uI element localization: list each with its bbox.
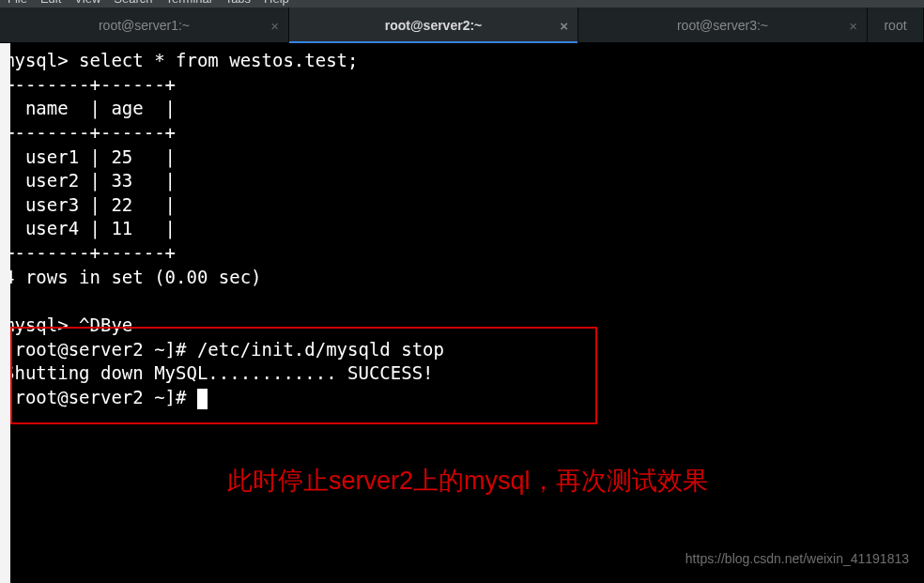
tab-title: root@server1:~ — [99, 18, 190, 33]
table-header: | name | age | — [4, 98, 176, 118]
shell-prompt-2: [root@server2 ~]# — [4, 387, 197, 407]
tab-title: root@server3:~ — [677, 18, 768, 33]
mysql-quit-line: mysql> ^DBye — [4, 315, 132, 335]
table-row: | user1 | 25 | — [4, 146, 176, 167]
tab-title: root — [884, 18, 906, 33]
tab-title: root@server2:~ — [385, 18, 483, 33]
tab-server3[interactable]: root@server3:~ × — [578, 8, 868, 42]
close-icon[interactable]: × — [270, 18, 279, 32]
menu-help[interactable]: Help — [264, 0, 289, 5]
table-row: | user2 | 33 | — [4, 170, 176, 191]
shutdown-message: Shutting down MySQL............ SUCCESS! — [4, 362, 434, 383]
menu-terminal[interactable]: Terminal — [166, 0, 212, 5]
tab-server2[interactable]: root@server2:~ × — [289, 8, 578, 42]
close-icon[interactable]: × — [849, 18, 857, 32]
shell-prompt: [root@server2 ~]# — [4, 339, 197, 360]
annotation-text: 此时停止server2上的mysql，再次测试效果 — [227, 464, 708, 498]
menu-view[interactable]: View — [74, 0, 100, 5]
tab-server1[interactable]: root@server1:~ × — [0, 8, 289, 42]
sql-prompt: mysql> — [4, 50, 79, 70]
table-row: | user3 | 22 | — [4, 194, 176, 215]
table-border-mid: +-------+------+ — [4, 122, 176, 143]
menu-bar[interactable]: File Edit View Search Terminal Tabs Help — [0, 0, 924, 8]
menu-tabs[interactable]: Tabs — [225, 0, 251, 5]
shell-command: /etc/init.d/mysqld stop — [197, 339, 444, 360]
watermark: https://blog.csdn.net/weixin_41191813 — [685, 551, 909, 566]
terminal[interactable]: mysql> select * from westos.test; +-----… — [0, 43, 924, 583]
close-icon[interactable]: × — [560, 18, 568, 32]
tab-bar: root@server1:~ × root@server2:~ × root@s… — [0, 8, 924, 43]
table-row: | user4 | 11 | — [4, 218, 176, 238]
menu-edit[interactable]: Edit — [40, 0, 61, 5]
rows-summary: 4 rows in set (0.00 sec) — [4, 267, 262, 287]
table-border-bottom: +-------+------+ — [4, 242, 176, 263]
menu-search[interactable]: Search — [114, 0, 152, 5]
cursor-block — [197, 389, 208, 409]
menu-file[interactable]: File — [8, 0, 27, 5]
tab-server4-partial[interactable]: root — [868, 8, 924, 42]
sql-statement: select * from westos.test; — [79, 50, 358, 70]
gutter-sliver — [0, 43, 10, 583]
table-border-top: +-------+------+ — [4, 74, 176, 95]
